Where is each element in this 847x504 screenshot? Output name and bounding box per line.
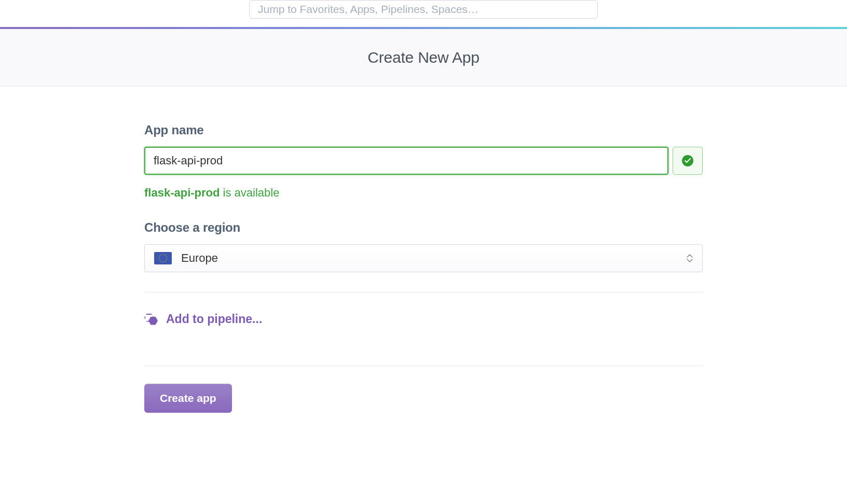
page-title: Create New App [0,49,847,66]
region-label: Choose a region [144,220,703,235]
availability-app-name: flask-api-prod [144,186,220,199]
app-name-row [144,147,703,175]
availability-suffix: is available [220,186,279,199]
global-search-input[interactable] [249,0,598,19]
validation-indicator [673,147,703,175]
region-select[interactable]: Europe [144,244,703,272]
app-name-input[interactable] [144,147,668,175]
eu-flag-icon [154,252,172,264]
availability-message: flask-api-prod is available [144,186,703,200]
page-header: Create New App [0,29,847,87]
top-nav [0,0,847,27]
pipeline-icon [144,314,158,325]
region-section: Choose a region Europe [144,220,703,272]
add-to-pipeline-button[interactable]: Add to pipeline... [144,292,703,346]
region-selected-value: Europe [181,251,218,265]
create-app-button[interactable]: Create app [144,384,232,413]
check-circle-icon [682,155,693,166]
pipeline-label: Add to pipeline... [166,312,262,326]
create-app-form: App name flask-api-prod is available Cho… [143,123,704,413]
divider [144,366,703,366]
select-chevrons-icon [687,254,693,262]
app-name-label: App name [144,123,703,137]
